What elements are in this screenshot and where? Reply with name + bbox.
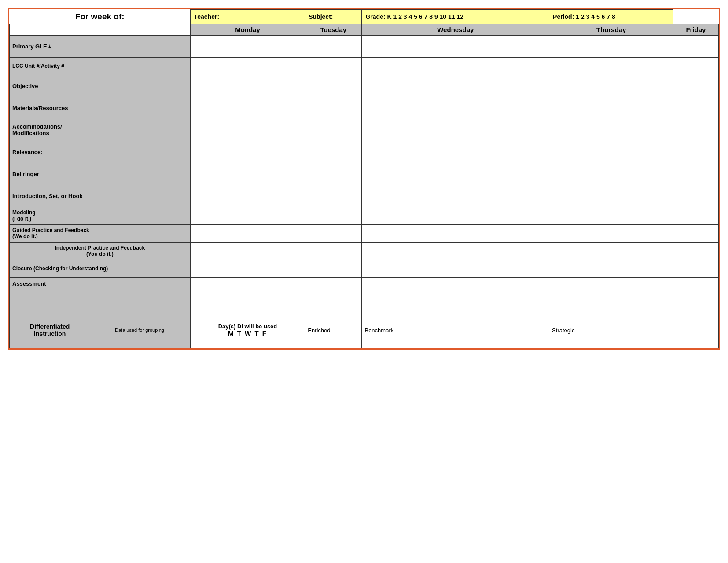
di-enriched[interactable]: Enriched — [305, 313, 362, 348]
accommodations-thursday[interactable] — [549, 119, 673, 141]
modeling-friday[interactable] — [673, 207, 718, 224]
monday-header: Monday — [190, 24, 305, 35]
closure-friday[interactable] — [673, 260, 718, 277]
independent-tuesday[interactable] — [305, 242, 362, 260]
table-row: Materials/Resources — [10, 97, 719, 119]
lcc-tuesday[interactable] — [305, 57, 362, 75]
primary-gle-monday[interactable] — [190, 35, 305, 57]
header-row: For week of: Teacher: Subject: Grade: K … — [10, 10, 719, 24]
relevance-wednesday[interactable] — [362, 141, 549, 163]
table-row: Closure (Checking for Understanding) — [10, 260, 719, 277]
table-row: Relevance: — [10, 141, 719, 163]
day-header-row: Monday Tuesday Wednesday Thursday Friday — [10, 24, 719, 35]
grade-cell: Grade: K 1 2 3 4 5 6 7 8 9 10 11 12 — [362, 10, 549, 24]
row-label-independent: Independent Practice and Feedback (You d… — [10, 242, 191, 260]
guided-wednesday[interactable] — [362, 224, 549, 242]
independent-monday[interactable] — [190, 242, 305, 260]
table-row: Bellringer — [10, 163, 719, 185]
bellringer-monday[interactable] — [190, 163, 305, 185]
row-label-primary-gle: Primary GLE # — [10, 35, 191, 57]
intro-tuesday[interactable] — [305, 185, 362, 207]
primary-gle-friday[interactable] — [673, 35, 718, 57]
relevance-tuesday[interactable] — [305, 141, 362, 163]
bellringer-tuesday[interactable] — [305, 163, 362, 185]
accommodations-friday[interactable] — [673, 119, 718, 141]
assessment-tuesday[interactable] — [305, 277, 362, 313]
materials-tuesday[interactable] — [305, 97, 362, 119]
row-label-guided: Guided Practice and Feedback (We do it.) — [10, 224, 191, 242]
table-row: Introduction, Set, or Hook — [10, 185, 719, 207]
row-label-lcc: LCC Unit #/Activity # — [10, 57, 191, 75]
modeling-tuesday[interactable] — [305, 207, 362, 224]
primary-gle-tuesday[interactable] — [305, 35, 362, 57]
intro-friday[interactable] — [673, 185, 718, 207]
thursday-header: Thursday — [549, 24, 673, 35]
modeling-thursday[interactable] — [549, 207, 673, 224]
objective-thursday[interactable] — [549, 75, 673, 97]
row-label-bellringer: Bellringer — [10, 163, 191, 185]
guided-tuesday[interactable] — [305, 224, 362, 242]
accommodations-tuesday[interactable] — [305, 119, 362, 141]
accommodations-wednesday[interactable] — [362, 119, 549, 141]
closure-thursday[interactable] — [549, 260, 673, 277]
lcc-wednesday[interactable] — [362, 57, 549, 75]
intro-wednesday[interactable] — [362, 185, 549, 207]
primary-gle-thursday[interactable] — [549, 35, 673, 57]
table-row: Modeling (I do it.) — [10, 207, 719, 224]
modeling-wednesday[interactable] — [362, 207, 549, 224]
di-label: Differentiated Instruction — [10, 313, 90, 348]
lcc-friday[interactable] — [673, 57, 718, 75]
assessment-thursday[interactable] — [549, 277, 673, 313]
accommodations-monday[interactable] — [190, 119, 305, 141]
guided-friday[interactable] — [673, 224, 718, 242]
objective-wednesday[interactable] — [362, 75, 549, 97]
tuesday-header: Tuesday — [305, 24, 362, 35]
di-row: Differentiated Instruction Data used for… — [10, 313, 719, 348]
independent-friday[interactable] — [673, 242, 718, 260]
di-days-cell[interactable]: Day(s) DI will be used M T W T F — [190, 313, 305, 348]
di-benchmark[interactable]: Benchmark — [362, 313, 549, 348]
period-cell: Period: 1 2 3 4 5 6 7 8 — [549, 10, 673, 24]
friday-header: Friday — [673, 24, 718, 35]
lesson-plan-container: For week of: Teacher: Subject: Grade: K … — [8, 8, 720, 350]
relevance-friday[interactable] — [673, 141, 718, 163]
table-row: Guided Practice and Feedback (We do it.) — [10, 224, 719, 242]
di-days-label: Day(s) DI will be used — [193, 323, 302, 330]
independent-thursday[interactable] — [549, 242, 673, 260]
materials-wednesday[interactable] — [362, 97, 549, 119]
lcc-monday[interactable] — [190, 57, 305, 75]
materials-monday[interactable] — [190, 97, 305, 119]
assessment-monday[interactable] — [190, 277, 305, 313]
guided-thursday[interactable] — [549, 224, 673, 242]
intro-monday[interactable] — [190, 185, 305, 207]
subject-cell: Subject: — [305, 10, 362, 24]
di-strategic[interactable]: Strategic — [549, 313, 673, 348]
relevance-monday[interactable] — [190, 141, 305, 163]
materials-thursday[interactable] — [549, 97, 673, 119]
wednesday-header: Wednesday — [362, 24, 549, 35]
objective-friday[interactable] — [673, 75, 718, 97]
row-label-closure: Closure (Checking for Understanding) — [10, 260, 191, 277]
closure-monday[interactable] — [190, 260, 305, 277]
bellringer-thursday[interactable] — [549, 163, 673, 185]
bellringer-friday[interactable] — [673, 163, 718, 185]
teacher-cell: Teacher: — [190, 10, 305, 24]
closure-wednesday[interactable] — [362, 260, 549, 277]
assessment-wednesday[interactable] — [362, 277, 549, 313]
di-data-used-label: Data used for grouping: — [90, 313, 190, 348]
materials-friday[interactable] — [673, 97, 718, 119]
independent-wednesday[interactable] — [362, 242, 549, 260]
lcc-thursday[interactable] — [549, 57, 673, 75]
guided-monday[interactable] — [190, 224, 305, 242]
intro-thursday[interactable] — [549, 185, 673, 207]
relevance-thursday[interactable] — [549, 141, 673, 163]
objective-monday[interactable] — [190, 75, 305, 97]
table-row: Objective — [10, 75, 719, 97]
modeling-monday[interactable] — [190, 207, 305, 224]
objective-tuesday[interactable] — [305, 75, 362, 97]
bellringer-wednesday[interactable] — [362, 163, 549, 185]
assessment-friday[interactable] — [673, 277, 718, 313]
primary-gle-wednesday[interactable] — [362, 35, 549, 57]
closure-tuesday[interactable] — [305, 260, 362, 277]
table-row: LCC Unit #/Activity # — [10, 57, 719, 75]
